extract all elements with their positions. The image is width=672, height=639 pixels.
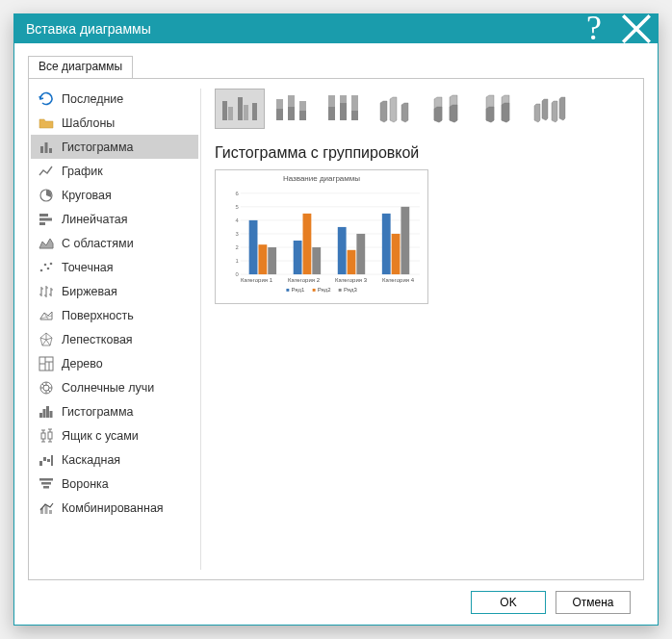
- sidebar-item-pie[interactable]: Круговая: [31, 183, 198, 207]
- svg-rect-31: [222, 101, 227, 120]
- svg-rect-2: [45, 142, 48, 153]
- svg-text:0: 0: [236, 271, 240, 277]
- preview-legend: Ряд1 Ряд2 Ряд3: [221, 287, 422, 293]
- svg-rect-22: [43, 457, 46, 461]
- svg-rect-3: [49, 148, 52, 153]
- sidebar-item-templates[interactable]: Шаблоны: [31, 111, 198, 135]
- sidebar-item-label: Солнечные лучи: [62, 381, 154, 395]
- sunburst-icon: [39, 380, 54, 396]
- sidebar-item-label: Линейчатая: [62, 213, 128, 226]
- svg-rect-23: [47, 459, 50, 462]
- svg-rect-1: [40, 146, 43, 153]
- svg-rect-30: [49, 510, 52, 514]
- insert-chart-dialog: Вставка диаграммы ? Все диаграммы Послед…: [13, 13, 659, 626]
- svg-text:1: 1: [236, 258, 239, 264]
- dialog-footer: OK Отмена: [28, 580, 644, 625]
- sidebar-item-histogram[interactable]: Гистограмма: [31, 399, 198, 423]
- svg-rect-27: [43, 486, 49, 489]
- svg-rect-18: [50, 411, 53, 418]
- pie-chart-icon: [39, 188, 54, 203]
- sidebar-item-surface[interactable]: Поверхность: [31, 303, 198, 327]
- sidebar-item-scatter[interactable]: Точечная: [31, 255, 198, 279]
- subtype-clustered-column[interactable]: [215, 89, 265, 129]
- subtype-3d-100-stacked-column[interactable]: [475, 89, 525, 129]
- histogram-icon: [39, 404, 54, 420]
- sidebar-item-waterfall[interactable]: Каскадная: [31, 447, 198, 472]
- combo-chart-icon: [39, 500, 54, 516]
- sidebar-item-recent[interactable]: Последние: [31, 87, 198, 111]
- sidebar-item-sunburst[interactable]: Солнечные лучи: [31, 375, 198, 399]
- cancel-button[interactable]: Отмена: [556, 591, 631, 614]
- sidebar-item-label: График: [62, 165, 103, 178]
- line-chart-icon: [39, 164, 54, 179]
- sidebar-item-label: Последние: [62, 92, 123, 106]
- ok-button[interactable]: OK: [471, 591, 546, 614]
- svg-rect-65: [294, 241, 302, 274]
- svg-text:5: 5: [236, 204, 240, 210]
- svg-rect-39: [288, 107, 295, 120]
- tab-all-charts[interactable]: Все диаграммы: [28, 56, 133, 79]
- svg-rect-41: [299, 111, 306, 120]
- chart-preview[interactable]: Название диаграммы 0123456 Категория 1 К…: [215, 169, 428, 304]
- sidebar-item-label: Воронка: [62, 477, 109, 491]
- surface-chart-icon: [39, 308, 54, 323]
- area-chart-icon: [39, 236, 54, 251]
- svg-rect-33: [238, 97, 243, 120]
- svg-rect-21: [39, 461, 42, 466]
- box-whisker-icon: [39, 428, 54, 444]
- svg-rect-26: [41, 482, 51, 485]
- preview-categories: Категория 1 Категория 2 Категория 3 Кате…: [233, 277, 422, 283]
- sidebar-item-area[interactable]: С областями: [31, 231, 198, 255]
- preview-title: Название диаграммы: [221, 174, 422, 183]
- sidebar-item-boxwhisker[interactable]: Ящик с усами: [31, 423, 198, 447]
- sidebar-item-funnel[interactable]: Воронка: [31, 472, 198, 496]
- svg-rect-5: [39, 214, 48, 217]
- svg-text:6: 6: [236, 191, 240, 196]
- svg-point-10: [47, 267, 50, 269]
- svg-rect-67: [312, 247, 321, 274]
- sidebar-item-label: Комбинированная: [62, 501, 164, 515]
- scatter-chart-icon: [39, 260, 54, 275]
- titlebar: Вставка диаграммы ?: [14, 14, 658, 43]
- help-button[interactable]: ?: [573, 14, 615, 43]
- svg-rect-43: [328, 107, 335, 120]
- sidebar-item-stock[interactable]: Биржевая: [31, 279, 198, 303]
- svg-point-11: [50, 262, 53, 265]
- svg-rect-7: [39, 222, 45, 225]
- sidebar-item-combo[interactable]: Комбинированная: [31, 496, 198, 520]
- svg-rect-19: [41, 433, 45, 439]
- sidebar-item-line[interactable]: График: [31, 159, 198, 183]
- svg-rect-6: [39, 217, 52, 220]
- svg-rect-35: [252, 103, 257, 120]
- svg-rect-72: [392, 234, 401, 274]
- subtype-3d-column[interactable]: [527, 89, 577, 129]
- sidebar-item-label: Поверхность: [62, 309, 134, 322]
- tab-strip: Все диаграммы: [28, 55, 644, 78]
- svg-rect-16: [43, 409, 46, 418]
- treemap-icon: [39, 356, 54, 371]
- sidebar-item-label: Каскадная: [62, 453, 120, 467]
- subtype-3d-clustered-column[interactable]: [371, 89, 421, 129]
- svg-rect-37: [276, 109, 283, 120]
- sidebar-item-label: С областями: [62, 237, 134, 250]
- sidebar-item-column[interactable]: Гистограмма: [31, 135, 198, 159]
- svg-rect-66: [303, 214, 312, 274]
- sidebar-item-treemap[interactable]: Дерево: [31, 351, 198, 375]
- svg-rect-29: [45, 505, 48, 514]
- subtype-3d-stacked-column[interactable]: [423, 89, 473, 129]
- subtype-stacked-column[interactable]: [267, 89, 317, 129]
- svg-rect-24: [51, 455, 53, 466]
- column-chart-icon: [39, 140, 54, 155]
- svg-rect-17: [46, 406, 49, 418]
- subtype-100-stacked-column[interactable]: [319, 89, 369, 129]
- waterfall-icon: [39, 452, 54, 468]
- svg-text:3: 3: [236, 231, 240, 237]
- sidebar-item-label: Ящик с усами: [62, 429, 139, 443]
- sidebar-item-bar[interactable]: Линейчатая: [31, 207, 198, 231]
- main-panel: Гистограмма с группировкой Название диаг…: [201, 79, 643, 579]
- svg-rect-63: [258, 244, 267, 274]
- svg-rect-73: [401, 207, 409, 274]
- close-button[interactable]: [615, 14, 658, 43]
- chart-type-label: Гистограмма с группировкой: [215, 144, 643, 162]
- sidebar-item-radar[interactable]: Лепестковая: [31, 327, 198, 351]
